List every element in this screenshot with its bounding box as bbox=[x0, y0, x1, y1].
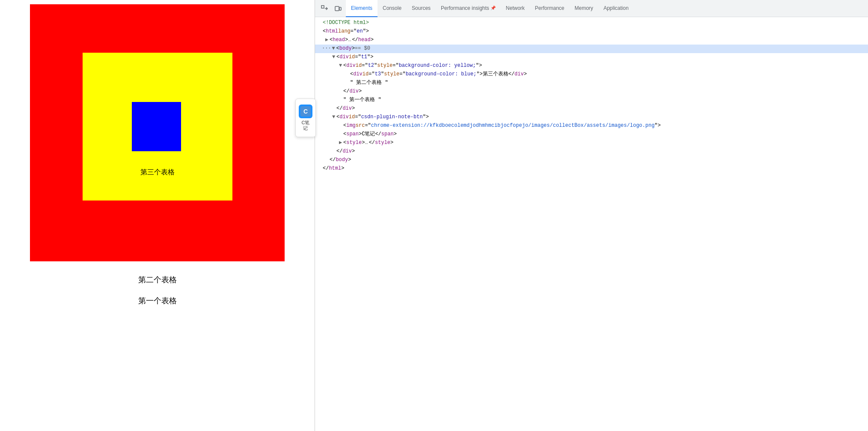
webpage-preview: 第三个表格 第二个表格 第一个表格 C C笔记 bbox=[0, 0, 315, 431]
dom-line-t2[interactable]: ▼ <div id="t2" style="background-color: … bbox=[315, 62, 868, 70]
svg-rect-2 bbox=[321, 6, 324, 8]
dom-line-t1[interactable]: ▼ <div id="t1"> bbox=[315, 53, 868, 62]
devtools-tabs: Elements Console Sources Performance ins… bbox=[315, 0, 868, 17]
label-t1: 第一个表格 bbox=[138, 296, 177, 306]
dom-line-head[interactable]: ▶ <head>…</head> bbox=[315, 36, 868, 45]
tab-sources[interactable]: Sources bbox=[407, 0, 436, 17]
dom-line-close-t2[interactable]: </div> bbox=[315, 87, 868, 96]
dom-tree[interactable]: <!DOCTYPE html> <html lang="en"> ▶ <head… bbox=[315, 17, 868, 431]
tab-console[interactable]: Console bbox=[378, 0, 407, 17]
devtools-panel: Elements Console Sources Performance ins… bbox=[315, 0, 868, 431]
div-t1: 第三个表格 第二个表格 bbox=[30, 4, 285, 261]
dom-line-body[interactable]: ··· ▼ <body> == $0 bbox=[315, 45, 868, 53]
svg-text:C: C bbox=[303, 108, 308, 115]
dom-line-html[interactable]: <html lang="en"> bbox=[315, 27, 868, 36]
inspect-icon[interactable] bbox=[318, 3, 330, 15]
img-src-link[interactable]: chrome-extension://kfkdboecolemdjodhmhmc… bbox=[371, 122, 655, 130]
tab-network[interactable]: Network bbox=[501, 0, 530, 17]
dom-line-close-csdn[interactable]: </div> bbox=[315, 147, 868, 156]
label-t2: 第二个表格 bbox=[138, 275, 177, 285]
dom-line-img[interactable]: <img src="chrome-extension://kfkdboecole… bbox=[315, 122, 868, 130]
label-t3: 第三个表格 bbox=[140, 168, 175, 177]
dom-line-span-cnote[interactable]: <span>C笔记</span> bbox=[315, 130, 868, 139]
tab-performance-insights[interactable]: Performance insights 📌 bbox=[436, 0, 501, 17]
c-note-label: C笔记 bbox=[302, 120, 310, 131]
tab-application[interactable]: Application bbox=[598, 0, 634, 17]
dom-line-close-html[interactable]: </html> bbox=[315, 165, 868, 173]
tab-performance[interactable]: Performance bbox=[530, 0, 570, 17]
dom-line-close-t1[interactable]: </div> bbox=[315, 105, 868, 113]
c-note-button[interactable]: C C笔记 bbox=[295, 99, 316, 137]
tab-memory[interactable]: Memory bbox=[570, 0, 598, 17]
div-t3 bbox=[132, 102, 181, 151]
dom-line-style[interactable]: ▶ <style>…</style> bbox=[315, 139, 868, 147]
div-t2: 第三个表格 bbox=[83, 53, 232, 201]
c-note-icon: C bbox=[299, 105, 312, 118]
pin-icon: 📌 bbox=[490, 6, 496, 10]
tab-elements[interactable]: Elements bbox=[346, 0, 378, 17]
dom-line-text-t1[interactable]: " 第一个表格 " bbox=[315, 96, 868, 105]
svg-rect-3 bbox=[335, 6, 339, 11]
svg-rect-4 bbox=[339, 7, 341, 10]
device-toggle-icon[interactable] bbox=[332, 3, 344, 15]
dom-line-doctype[interactable]: <!DOCTYPE html> bbox=[315, 19, 868, 27]
dom-line-close-body[interactable]: </body> bbox=[315, 156, 868, 165]
dom-line-t3[interactable]: <div id="t3" style="background-color: bl… bbox=[315, 70, 868, 79]
dom-line-text-t2[interactable]: " 第二个表格 " bbox=[315, 79, 868, 87]
dom-line-csdn[interactable]: ▼ <div id="csdn-plugin-note-btn"> bbox=[315, 113, 868, 122]
